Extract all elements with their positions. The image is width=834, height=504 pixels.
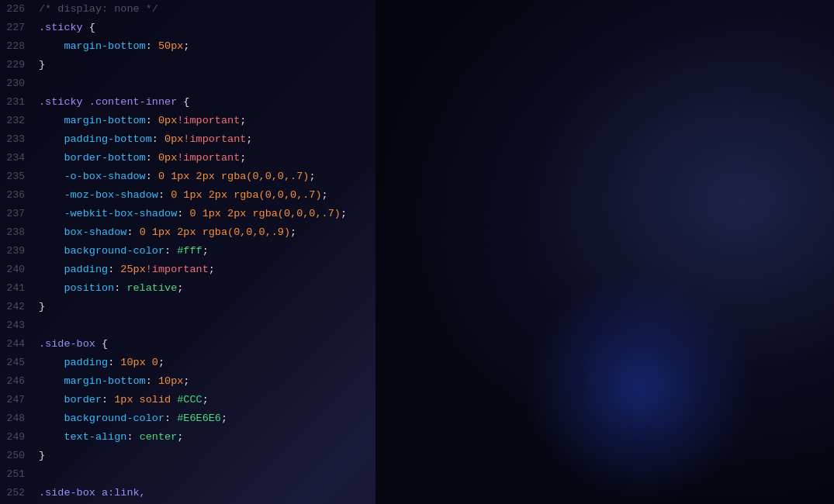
token: relative: [126, 282, 177, 294]
token: }: [39, 59, 45, 71]
token: :: [108, 357, 120, 368]
line-number: 250: [0, 447, 39, 465]
token: .sticky: [39, 22, 89, 33]
code-line: 242}: [0, 298, 834, 316]
token: ;: [202, 394, 209, 406]
token: rgba(0,0,0,.7): [221, 171, 309, 182]
line-number: 235: [0, 167, 39, 186]
token: rgba(0,0,0,.7): [234, 189, 321, 201]
token: :: [108, 264, 120, 275]
code-line: 239 background-color: #fff;: [0, 242, 834, 261]
token: :: [146, 115, 158, 126]
token: ;: [246, 133, 252, 145]
token: }: [39, 301, 45, 312]
line-number: 231: [0, 93, 39, 112]
line-number: 227: [0, 19, 39, 37]
token: padding: [39, 357, 108, 368]
line-content: background-color: #fff;: [39, 242, 834, 261]
line-content: background-color: #E6E6E6;: [39, 409, 834, 428]
line-number: 248: [0, 409, 39, 428]
token: :: [102, 394, 114, 406]
token: :: [146, 152, 158, 164]
line-content: }: [39, 298, 834, 316]
token: ;: [309, 171, 315, 182]
token: #fff: [177, 245, 202, 257]
token: padding-bottom: [39, 133, 152, 145]
code-line: 235 -o-box-shadow: 0 1px 2px rgba(0,0,0,…: [0, 167, 834, 186]
line-number: 233: [0, 130, 39, 149]
code-editor-screen: 226/* display: none */227.sticky {228 ma…: [0, 0, 834, 504]
code-line: 252.side-box a:link,: [0, 484, 834, 502]
token: ;: [341, 208, 347, 219]
code-line: 246 margin-bottom: 10px;: [0, 372, 834, 391]
token: padding: [39, 264, 108, 275]
token: .side-box: [39, 338, 102, 350]
token: background-color: [39, 413, 164, 424]
token: /* display: none */: [39, 3, 158, 15]
token: 0 1px 2px: [140, 226, 202, 238]
line-content: }: [39, 56, 834, 74]
token: .sticky .content-inner: [39, 96, 183, 108]
token: :: [164, 413, 177, 424]
line-number: 239: [0, 242, 39, 261]
code-line: 232 margin-bottom: 0px!important;: [0, 112, 834, 130]
line-number: 252: [0, 484, 39, 502]
code-line: 247 border: 1px solid #CCC;: [0, 391, 834, 409]
token: 0 1px 2px: [158, 171, 221, 182]
token: 50px: [158, 40, 183, 52]
line-number: 243: [0, 316, 39, 335]
token: :: [146, 375, 158, 387]
token: :: [146, 171, 158, 182]
line-content: border-bottom: 0px!important;: [39, 149, 834, 167]
token: ;: [290, 226, 296, 238]
token: ;: [177, 282, 183, 294]
token: {: [89, 22, 95, 33]
line-content: margin-bottom: 0px!important;: [39, 112, 834, 130]
token: background-color: [39, 245, 164, 257]
code-line: 237 -webkit-box-shadow: 0 1px 2px rgba(0…: [0, 205, 834, 223]
line-number: 249: [0, 428, 39, 447]
line-content: .side-box {: [39, 335, 834, 354]
token: {: [102, 338, 108, 350]
token: :: [177, 208, 189, 219]
token: center: [140, 431, 178, 443]
code-line: 243: [0, 316, 834, 335]
token: :: [158, 189, 171, 201]
code-line: 240 padding: 25px!important;: [0, 261, 834, 279]
line-content: -moz-box-shadow: 0 1px 2px rgba(0,0,0,.7…: [39, 186, 834, 205]
code-line: 238 box-shadow: 0 1px 2px rgba(0,0,0,.9)…: [0, 223, 834, 242]
line-number: 241: [0, 279, 39, 298]
line-content: .sticky {: [39, 19, 834, 37]
token: -webkit-box-shadow: [39, 208, 177, 219]
token: rgba(0,0,0,.7): [252, 208, 340, 219]
token: ;: [202, 245, 209, 257]
line-number: 230: [0, 74, 39, 93]
token: 10px: [158, 375, 183, 387]
code-line: 244.side-box {: [0, 335, 834, 354]
token: ;: [209, 264, 215, 275]
code-line: 234 border-bottom: 0px!important;: [0, 149, 834, 167]
token: margin-bottom: [39, 375, 146, 387]
line-content: }: [39, 447, 834, 465]
token: !important: [146, 264, 209, 275]
token: 1px solid: [114, 394, 177, 406]
line-number: 237: [0, 205, 39, 223]
line-content: border: 1px solid #CCC;: [39, 391, 834, 409]
line-number: 238: [0, 223, 39, 242]
token: }: [39, 450, 45, 461]
code-line: 250}: [0, 447, 834, 465]
line-content: text-align: center;: [39, 428, 834, 447]
token: 0 1px 2px: [189, 208, 252, 219]
line-content: box-shadow: 0 1px 2px rgba(0,0,0,.9);: [39, 223, 834, 242]
line-number: 232: [0, 112, 39, 130]
code-line: 233 padding-bottom: 0px!important;: [0, 130, 834, 149]
line-content: /* display: none */: [39, 0, 834, 19]
line-content: .side-box a:link,: [39, 484, 834, 502]
token: :: [126, 431, 139, 443]
token: !important: [183, 133, 246, 145]
line-number: 246: [0, 372, 39, 391]
code-line: 236 -moz-box-shadow: 0 1px 2px rgba(0,0,…: [0, 186, 834, 205]
code-line: 249 text-align: center;: [0, 428, 834, 447]
token: ;: [240, 115, 246, 126]
token: box-shadow: [39, 226, 126, 238]
